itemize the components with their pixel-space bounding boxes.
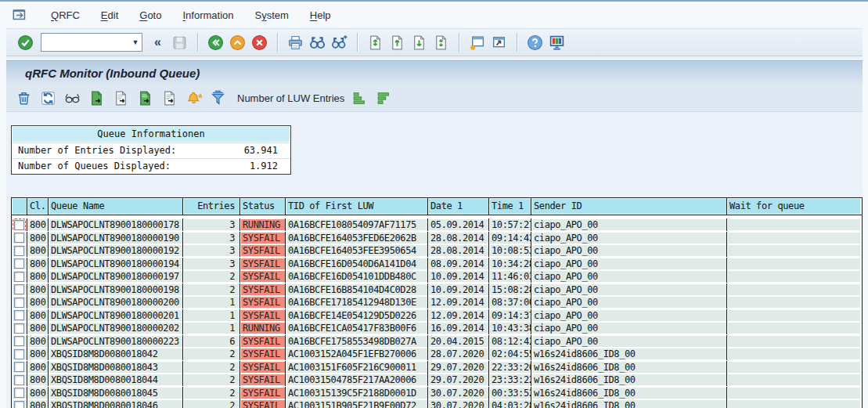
column-header-wait[interactable]: Wait for queue [727, 198, 860, 215]
column-header-date1[interactable]: Date 1 [428, 198, 489, 215]
row-checkbox[interactable] [14, 323, 24, 334]
column-header-status[interactable]: Status [240, 198, 286, 215]
row-checkbox[interactable] [14, 272, 24, 282]
row-checkbox[interactable] [14, 388, 24, 398]
column-header-queue_name[interactable]: Queue Name [49, 198, 183, 215]
command-dropdown-icon[interactable]: ▼ [129, 34, 142, 51]
menu-edit[interactable]: Edit [101, 9, 118, 21]
cell-queue_name[interactable]: DLWSAPOCLNT8900180000190 [49, 232, 183, 244]
cell-queue_name[interactable]: XBQSID8M8D0080018042 [49, 348, 183, 360]
sort-ascending-icon[interactable] [351, 90, 367, 107]
alert-icon[interactable] [185, 90, 202, 107]
page-first-icon[interactable] [367, 34, 384, 51]
menu-qrfc[interactable]: QRFC [51, 9, 80, 21]
row-checkbox[interactable] [14, 220, 24, 230]
execute-luw-icon[interactable] [88, 90, 105, 107]
cell-status[interactable]: SYSFAIL [240, 309, 286, 322]
cell-status[interactable]: RUNNING [240, 218, 286, 231]
cell-status[interactable]: RUNNING [240, 322, 286, 334]
control-menu-icon[interactable] [11, 7, 30, 23]
cell-queue_name[interactable]: DLWSAPOCLNT8900180000200 [49, 296, 183, 309]
toolbar-separator [277, 33, 278, 52]
cell-queue_name[interactable]: DLWSAPOCLNT8900180000198 [49, 283, 183, 296]
menu-goto[interactable]: Goto [139, 9, 161, 21]
display-icon[interactable] [64, 90, 81, 107]
cell-queue_name[interactable]: DLWSAPOCLNT8900180000194 [49, 258, 183, 270]
cell-status[interactable]: SYSFAIL [240, 244, 286, 257]
cell-queue_name[interactable]: DLWSAPOCLNT8900180000197 [49, 270, 183, 283]
filter-icon[interactable] [210, 90, 226, 107]
row-checkbox[interactable] [14, 284, 24, 294]
enter-icon[interactable] [17, 34, 34, 51]
cell-queue_name[interactable]: DLWSAPOCLNT8900180000202 [49, 322, 183, 334]
menu-information[interactable]: Information [182, 9, 233, 21]
create-shortcut-icon[interactable] [491, 34, 507, 51]
application-toolbar-left-icons [16, 90, 226, 107]
page-down-icon[interactable] [411, 34, 427, 51]
cell-status[interactable]: SYSFAIL [240, 270, 286, 283]
cell-status[interactable]: SYSFAIL [240, 258, 286, 270]
collapse-icon[interactable]: « [149, 34, 166, 51]
cell-status[interactable]: SYSFAIL [240, 296, 286, 309]
cell-queue_name[interactable]: DLWSAPOCLNT8900180000201 [49, 309, 183, 322]
exit-icon[interactable] [229, 34, 246, 51]
execute-luws-icon[interactable] [113, 90, 129, 107]
cell-status[interactable]: SYSFAIL [240, 374, 286, 386]
find-icon[interactable] [309, 34, 326, 51]
column-header-cl[interactable]: Cl. [27, 198, 49, 215]
row-checkbox[interactable] [14, 401, 24, 408]
menu-system[interactable]: System [255, 9, 289, 21]
cell-queue_name[interactable]: DLWSAPOCLNT8900180000178 [49, 218, 183, 231]
menu-help[interactable]: Help [310, 9, 331, 21]
column-header-entries[interactable]: Entries [183, 198, 240, 215]
cell-queue_name[interactable]: XBQSID8M8D0080018045 [49, 387, 183, 399]
column-header-tid[interactable]: TID of First LUW [286, 198, 428, 215]
sort-descending-icon[interactable] [375, 90, 391, 107]
cell-date1: 12.09.2014 [428, 296, 489, 309]
save-icon[interactable] [171, 34, 188, 51]
row-checkbox[interactable] [14, 246, 24, 256]
cell-status[interactable]: SYSFAIL [240, 283, 286, 296]
back-icon[interactable] [207, 34, 224, 51]
row-checkbox[interactable] [14, 258, 24, 269]
cell-sender: ciapo_APO_00 [531, 322, 727, 334]
row-checkbox[interactable] [14, 349, 24, 359]
cell-status[interactable]: SYSFAIL [240, 232, 286, 244]
row-checkbox[interactable] [14, 310, 24, 320]
command-field[interactable]: ▼ [41, 33, 142, 52]
column-header-sender[interactable]: Sender ID [531, 198, 727, 215]
cell-status[interactable]: SYSFAIL [240, 335, 286, 348]
cell-status[interactable]: SYSFAIL [240, 361, 286, 374]
cancel-icon[interactable] [251, 34, 268, 51]
cell-wait [727, 361, 860, 374]
print-icon[interactable] [287, 34, 304, 51]
row-checkbox[interactable] [14, 233, 24, 243]
delete-queue-icon[interactable] [16, 90, 32, 107]
cell-queue_name[interactable]: DLWSAPOCLNT8900180000192 [49, 244, 183, 257]
page-last-icon[interactable] [433, 34, 449, 51]
row-checkbox[interactable] [14, 375, 24, 385]
row-checkbox[interactable] [14, 298, 24, 308]
page-up-icon[interactable] [389, 34, 405, 51]
cell-queue_name[interactable]: XBQSID8M8D0080018046 [49, 399, 183, 408]
cell-queue_name[interactable]: XBQSID8M8D0080018043 [49, 361, 183, 374]
gui-layout-icon[interactable] [549, 34, 565, 51]
refresh-icon[interactable] [40, 90, 56, 107]
cell-status[interactable]: SYSFAIL [240, 399, 286, 408]
help-icon[interactable] [527, 34, 543, 51]
cell-queue_name[interactable]: DLWSAPOCLNT8900180000223 [49, 335, 183, 348]
row-checkbox[interactable] [14, 362, 24, 372]
row-checkbox[interactable] [14, 336, 24, 346]
cell-wait [727, 322, 860, 334]
activate-queue-icon[interactable] [137, 90, 153, 107]
column-header-sel[interactable] [12, 198, 27, 215]
command-input[interactable] [41, 37, 129, 49]
cell-queue_name[interactable]: XBQSID8M8D0080018044 [49, 374, 183, 386]
activate-queues-icon[interactable] [161, 90, 178, 107]
column-header-time1[interactable]: Time 1 [489, 198, 531, 215]
cell-status[interactable]: SYSFAIL [240, 387, 286, 399]
find-next-icon[interactable] [331, 34, 348, 51]
number-of-luw-entries-button[interactable]: Number of LUW Entries [237, 92, 344, 104]
cell-status[interactable]: SYSFAIL [240, 348, 286, 360]
new-session-icon[interactable] [469, 34, 485, 51]
